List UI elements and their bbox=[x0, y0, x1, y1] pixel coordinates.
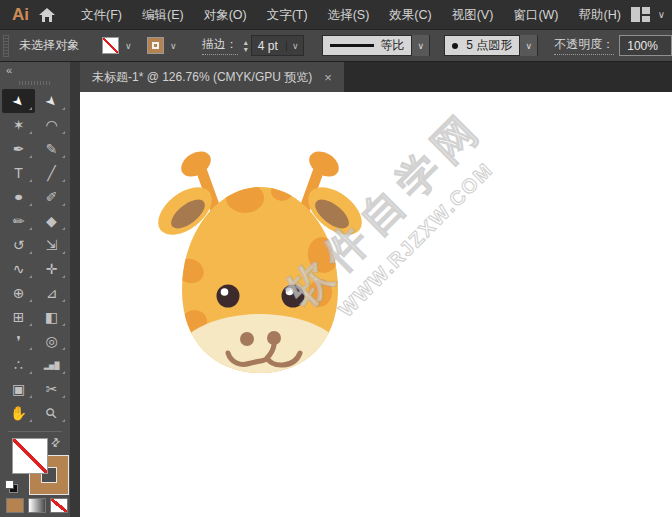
menu-item-0[interactable]: 文件(F) bbox=[71, 0, 132, 30]
tools-panel: « ➤➤✶◠✒✎T╱●✐✏◆↺⇲∿✛⊕⊿⊞◧❜◎∴▂▅█▣✂✋⚲ ⇄ bbox=[0, 62, 70, 517]
giraffe-illustration bbox=[80, 92, 672, 517]
menu-item-8[interactable]: 帮助(H) bbox=[569, 0, 631, 30]
slice-tool[interactable]: ✂ bbox=[35, 377, 68, 401]
stroke-weight-field[interactable]: 4 pt ∨ bbox=[251, 35, 305, 56]
color-swatch-area: ⇄ bbox=[0, 432, 70, 517]
shape-builder-tool[interactable]: ⊕ bbox=[2, 281, 35, 305]
opacity-input[interactable]: 100% bbox=[619, 35, 672, 56]
menu-items: 文件(F)编辑(E)对象(O)文字(T)选择(S)效果(C)视图(V)窗口(W)… bbox=[71, 0, 631, 30]
column-graph-tool[interactable]: ▂▅█ bbox=[35, 353, 68, 377]
panel-grip[interactable] bbox=[3, 35, 9, 57]
default-colors-icon[interactable] bbox=[5, 480, 19, 494]
magic-wand-tool[interactable]: ✶ bbox=[2, 113, 35, 137]
rotate-tool-icon: ↺ bbox=[13, 238, 25, 252]
eraser-tool[interactable]: ◆ bbox=[35, 209, 68, 233]
fill-swatch-none[interactable] bbox=[12, 438, 48, 474]
direct-selection-tool-icon: ➤ bbox=[43, 93, 60, 110]
chevron-down-icon[interactable]: ∨ bbox=[119, 41, 135, 51]
selection-tool[interactable]: ➤ bbox=[2, 89, 35, 113]
home-button[interactable] bbox=[39, 0, 55, 30]
tools-panel-grip[interactable] bbox=[19, 81, 51, 85]
mesh-tool[interactable]: ⊞ bbox=[2, 305, 35, 329]
stroke-color-swatch[interactable] bbox=[147, 37, 164, 54]
shape-builder-tool-icon: ⊕ bbox=[13, 286, 25, 300]
collapse-panel-button[interactable]: « bbox=[6, 64, 11, 76]
stroke-profile-value: 等比 bbox=[380, 37, 404, 54]
artboard-tool-icon: ▣ bbox=[12, 382, 25, 396]
brush-value: 5 点圆形 bbox=[466, 37, 512, 54]
gradient-tool[interactable]: ◧ bbox=[35, 305, 68, 329]
document-tab[interactable]: 未标题-1* @ 126.76% (CMYK/GPU 预览) × bbox=[80, 62, 344, 92]
type-tool[interactable]: T bbox=[2, 161, 35, 185]
artboard-tool[interactable]: ▣ bbox=[2, 377, 35, 401]
zoom-tool[interactable]: ⚲ bbox=[35, 401, 68, 425]
pen-tool-icon: ✒ bbox=[13, 142, 25, 156]
width-tool-icon: ∿ bbox=[13, 262, 25, 276]
brush-dropdown[interactable]: 5 点圆形 ∨ bbox=[444, 35, 538, 56]
hand-tool[interactable]: ✋ bbox=[2, 401, 35, 425]
stroke-profile-dropdown[interactable]: 等比 ∨ bbox=[322, 35, 430, 56]
chevron-down-icon[interactable]: ∨ bbox=[286, 41, 303, 51]
symbol-sprayer-tool[interactable]: ∴ bbox=[2, 353, 35, 377]
rotate-tool[interactable]: ↺ bbox=[2, 233, 35, 257]
illustrator-window: Ai 文件(F)编辑(E)对象(O)文字(T)选择(S)效果(C)视图(V)窗口… bbox=[0, 0, 672, 517]
chevron-down-icon[interactable]: ∨ bbox=[164, 41, 180, 51]
paintbrush-tool[interactable]: ✐ bbox=[35, 185, 68, 209]
chevron-down-icon[interactable]: ∨ bbox=[658, 10, 665, 20]
close-tab-icon[interactable]: × bbox=[324, 70, 332, 85]
paintbrush-tool-icon: ✐ bbox=[46, 190, 58, 204]
menu-item-7[interactable]: 窗口(W) bbox=[503, 0, 568, 30]
step-down-icon[interactable]: ▾ bbox=[244, 46, 248, 53]
blob-brush-tool[interactable]: ✏ bbox=[2, 209, 35, 233]
scale-tool[interactable]: ⇲ bbox=[35, 233, 68, 257]
document-tab-title: 未标题-1* @ 126.76% (CMYK/GPU 预览) bbox=[92, 69, 312, 86]
workspace-switcher-icon[interactable] bbox=[631, 7, 650, 22]
menu-item-4[interactable]: 选择(S) bbox=[318, 0, 380, 30]
blend-tool[interactable]: ◎ bbox=[35, 329, 68, 353]
artboard-canvas[interactable]: 软件自学网 WWW.RJZXW.COM bbox=[80, 92, 672, 517]
puppet-warp-tool[interactable]: ✛ bbox=[35, 257, 68, 281]
stroke-weight-stepper[interactable]: ▴ ▾ bbox=[244, 39, 248, 53]
paint-none-button[interactable] bbox=[50, 498, 68, 513]
eraser-tool-icon: ◆ bbox=[46, 214, 57, 228]
width-tool[interactable]: ∿ bbox=[2, 257, 35, 281]
direct-selection-tool[interactable]: ➤ bbox=[35, 89, 68, 113]
menu-bar: Ai 文件(F)编辑(E)对象(O)文字(T)选择(S)效果(C)视图(V)窗口… bbox=[0, 0, 672, 30]
curvature-tool[interactable]: ✎ bbox=[35, 137, 68, 161]
fill-none-swatch[interactable] bbox=[102, 37, 119, 54]
puppet-warp-tool-icon: ✛ bbox=[46, 262, 58, 276]
menu-item-5[interactable]: 效果(C) bbox=[379, 0, 441, 30]
line-segment-tool-icon: ╱ bbox=[47, 166, 55, 180]
magic-wand-tool-icon: ✶ bbox=[13, 118, 25, 132]
chevron-down-icon[interactable]: ∨ bbox=[411, 35, 429, 56]
menu-item-6[interactable]: 视图(V) bbox=[442, 0, 504, 30]
column-graph-tool-icon: ▂▅█ bbox=[44, 362, 60, 369]
tools-grid: ➤➤✶◠✒✎T╱●✐✏◆↺⇲∿✛⊕⊿⊞◧❜◎∴▂▅█▣✂✋⚲ bbox=[0, 89, 70, 425]
stroke-preview-line bbox=[330, 44, 374, 47]
blob-brush-tool-icon: ✏ bbox=[13, 214, 25, 228]
document-area: 未标题-1* @ 126.76% (CMYK/GPU 预览) × bbox=[80, 62, 672, 517]
perspective-grid-tool-icon: ⊿ bbox=[46, 286, 58, 300]
menu-item-1[interactable]: 编辑(E) bbox=[132, 0, 194, 30]
scale-tool-icon: ⇲ bbox=[46, 238, 58, 252]
eyedropper-tool[interactable]: ❜ bbox=[2, 329, 35, 353]
eyedropper-tool-icon: ❜ bbox=[16, 334, 21, 348]
lasso-tool-icon: ◠ bbox=[45, 118, 57, 132]
pen-tool[interactable]: ✒ bbox=[2, 137, 35, 161]
paint-gradient-button[interactable] bbox=[28, 498, 46, 513]
ellipse-tool[interactable]: ● bbox=[2, 185, 35, 209]
slice-tool-icon: ✂ bbox=[46, 382, 58, 396]
perspective-grid-tool[interactable]: ⊿ bbox=[35, 281, 68, 305]
menu-item-2[interactable]: 对象(O) bbox=[194, 0, 257, 30]
swap-colors-icon[interactable]: ⇄ bbox=[48, 435, 64, 451]
stroke-color-control[interactable]: ∨ bbox=[147, 37, 180, 54]
paint-color-button[interactable] bbox=[6, 498, 24, 513]
chevron-down-icon[interactable]: ∨ bbox=[519, 35, 537, 56]
opacity-label[interactable]: 不透明度： bbox=[554, 36, 614, 55]
menu-item-3[interactable]: 文字(T) bbox=[257, 0, 318, 30]
line-segment-tool[interactable]: ╱ bbox=[35, 161, 68, 185]
lasso-tool[interactable]: ◠ bbox=[35, 113, 68, 137]
stroke-weight-label[interactable]: 描边： bbox=[202, 36, 238, 55]
gradient-tool-icon: ◧ bbox=[45, 310, 58, 324]
fill-color-control[interactable]: ∨ bbox=[102, 37, 135, 54]
